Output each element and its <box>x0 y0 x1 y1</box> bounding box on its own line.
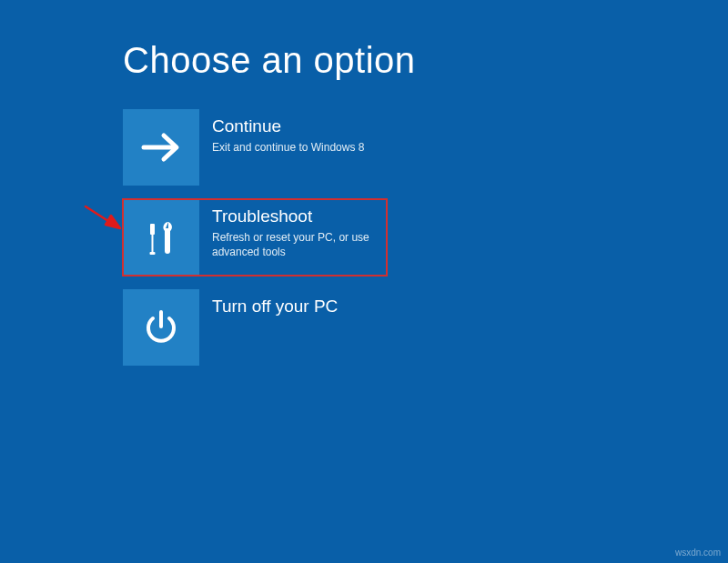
svg-rect-1 <box>150 224 155 235</box>
troubleshoot-text: Troubleshoot Refresh or reset your PC, o… <box>199 199 387 259</box>
svg-rect-3 <box>150 252 156 255</box>
turnoff-text: Turn off your PC <box>199 289 347 320</box>
troubleshoot-desc: Refresh or reset your PC, or use advance… <box>212 230 378 259</box>
continue-title: Continue <box>212 116 364 137</box>
power-icon <box>123 289 199 366</box>
watermark: wsxdn.com <box>675 548 721 558</box>
svg-marker-6 <box>106 216 120 228</box>
svg-rect-2 <box>152 235 154 253</box>
turnoff-tile[interactable]: Turn off your PC <box>123 289 387 366</box>
troubleshoot-tile[interactable]: Troubleshoot Refresh or reset your PC, o… <box>123 199 387 276</box>
troubleshoot-title: Troubleshoot <box>212 206 378 227</box>
continue-tile[interactable]: Continue Exit and continue to Windows 8 <box>123 109 387 186</box>
turnoff-title: Turn off your PC <box>212 297 338 317</box>
tools-icon <box>123 199 199 276</box>
continue-desc: Exit and continue to Windows 8 <box>212 140 364 155</box>
annotation-arrow-icon <box>84 203 124 234</box>
page-title: Choose an option <box>123 40 416 81</box>
options-list: Continue Exit and continue to Windows 8 … <box>123 109 387 379</box>
arrow-right-icon <box>123 109 199 186</box>
continue-text: Continue Exit and continue to Windows 8 <box>199 109 373 155</box>
svg-line-5 <box>86 206 111 223</box>
